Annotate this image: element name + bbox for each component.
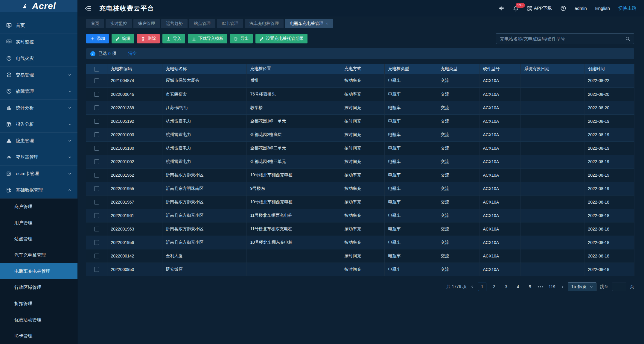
row-checkbox[interactable]	[94, 78, 99, 83]
row-checkbox[interactable]	[94, 132, 99, 137]
row-checkbox[interactable]	[94, 254, 99, 258]
app-root: Acrel 首页实时监控电气火灾¥交易管理故障管理统计分析报告分析隐患管理变压器…	[0, 0, 644, 344]
sidebar-subitem-电瓶车充电桩管理[interactable]: 电瓶车充电桩管理	[0, 263, 77, 279]
menu-collapse-icon[interactable]	[85, 5, 92, 12]
编辑-button[interactable]: 编辑	[112, 34, 134, 43]
sidebar-subitem-折扣管理[interactable]: 折扣管理	[0, 295, 77, 312]
导出-button[interactable]: 导出	[230, 34, 253, 43]
row-checkbox[interactable]	[94, 92, 99, 97]
app-download-button[interactable]: APP下载	[527, 5, 552, 11]
sidebar-subitem-行政区域管理[interactable]: 行政区域管理	[0, 279, 77, 295]
sidebar-item-报告分析[interactable]: 报告分析	[0, 116, 77, 133]
cell-充电桩编码: 2022001961	[107, 209, 162, 222]
page-number-2[interactable]: 2	[490, 283, 498, 291]
sidebar-item-esim卡管理[interactable]: esim卡管理	[0, 166, 77, 182]
page-number-last[interactable]: 119	[547, 283, 556, 291]
qr-code-icon	[527, 6, 532, 11]
clear-selection-link[interactable]: 清空	[128, 51, 137, 56]
row-checkbox-cell	[86, 263, 107, 276]
cell-系统有效日期	[520, 168, 584, 182]
page-number-4[interactable]: 4	[514, 283, 522, 291]
search-input[interactable]	[500, 36, 625, 41]
row-checkbox[interactable]	[94, 119, 99, 124]
sidebar-item-故障管理[interactable]: 故障管理	[0, 83, 77, 100]
sidebar-subitem-优惠活动管理[interactable]: 优惠活动管理	[0, 312, 77, 328]
tab-实时监控[interactable]: 实时监控	[106, 19, 132, 28]
sidebar-subitem-用户管理[interactable]: 用户管理	[0, 215, 77, 231]
page-number-5[interactable]: 5	[526, 283, 534, 291]
fault-icon	[6, 88, 12, 94]
username[interactable]: admin	[575, 6, 587, 11]
删除-button[interactable]: 删除	[137, 34, 160, 43]
sidebar-item-首页[interactable]: 首页	[0, 17, 77, 34]
tab-汽车充电桩管理[interactable]: 汽车充电桩管理	[245, 19, 284, 28]
cell-硬件型号: ACX10A	[479, 128, 520, 141]
table-row: 2022000646市安装宿舍76号楼西楼头按功率充电瓶车交流ACX10A202…	[86, 87, 634, 101]
notification-bell-icon[interactable]: 99+	[513, 5, 519, 11]
language-switch[interactable]: English	[595, 6, 610, 11]
导入-button[interactable]: 导入	[162, 34, 185, 43]
sidebar-subitem-IC卡管理[interactable]: IC卡管理	[0, 328, 77, 344]
sidebar-subitem-汽车充电桩管理[interactable]: 汽车充电桩管理	[0, 247, 77, 263]
sidebar-subitem-label: 优惠活动管理	[14, 317, 41, 323]
sidebar-item-电气火灾[interactable]: 电气火灾	[0, 50, 77, 67]
page-number-1[interactable]: 1	[478, 283, 486, 291]
sidebar-subitem-站点管理[interactable]: 站点管理	[0, 231, 77, 247]
page-size-select[interactable]: 15 条/页	[568, 282, 596, 291]
sidebar-item-变压器管理[interactable]: 变压器管理	[0, 149, 77, 166]
sidebar-item-label: esim卡管理	[16, 171, 39, 177]
cell-充电方式: 按时间充	[341, 141, 384, 155]
sidebar-item-隐患管理[interactable]: 隐患管理	[0, 133, 77, 149]
row-checkbox-cell	[86, 114, 107, 128]
row-checkbox[interactable]	[94, 213, 99, 218]
tab-IC卡管理[interactable]: IC卡管理	[217, 19, 243, 28]
row-checkbox[interactable]	[94, 227, 99, 231]
tab-电瓶车充电桩管理[interactable]: 电瓶车充电桩管理×	[285, 19, 333, 28]
pagination-ellipsis[interactable]: •••	[538, 284, 544, 289]
tab-label: 运营趋势	[166, 19, 183, 28]
row-checkbox[interactable]	[94, 173, 99, 178]
cell-充电桩编码: 2022000142	[107, 249, 162, 263]
cell-硬件型号: ACX10A	[479, 222, 520, 236]
row-checkbox[interactable]	[94, 159, 99, 164]
tab-close-icon[interactable]: ×	[326, 19, 328, 28]
sidebar-item-实时监控[interactable]: 实时监控	[0, 34, 77, 50]
sidebar-item-基础数据管理[interactable]: 基础数据管理	[0, 182, 77, 198]
row-checkbox[interactable]	[94, 267, 99, 272]
sidebar-item-交易管理[interactable]: ¥交易管理	[0, 67, 77, 83]
next-page-icon[interactable]	[560, 285, 564, 289]
添加-button[interactable]: 添加	[86, 34, 109, 43]
tab-首页[interactable]: 首页	[86, 19, 104, 28]
cell-充电类型: 交流	[437, 209, 479, 222]
cell-充电桩位置	[246, 263, 341, 276]
search-icon[interactable]	[625, 36, 630, 41]
jump-page-input[interactable]	[612, 283, 626, 291]
topbar-actions: 99+ APP下载 a	[498, 5, 636, 11]
row-checkbox[interactable]	[94, 105, 99, 110]
cell-系统有效日期	[520, 209, 584, 222]
select-all-checkbox[interactable]	[94, 67, 99, 72]
sidebar-item-统计分析[interactable]: 统计分析	[0, 100, 77, 116]
cell-充电桩编码: 2022001002	[107, 155, 162, 168]
row-checkbox-cell	[86, 155, 107, 168]
theme-switch-link[interactable]: 切换主题	[618, 5, 636, 11]
row-checkbox[interactable]	[94, 200, 99, 204]
sidebar-subitem-商户管理[interactable]: 商户管理	[0, 198, 77, 215]
tab-账户管理[interactable]: 账户管理	[133, 19, 160, 28]
table-row: 2021005180杭州雷霆电力金都花园3幢二单元按时间充电瓶车交流ACX10A…	[86, 141, 634, 155]
base-data-icon	[6, 187, 12, 193]
mute-icon[interactable]	[498, 5, 504, 11]
row-checkbox[interactable]	[94, 146, 99, 151]
tab-站点管理[interactable]: 站点管理	[189, 19, 215, 28]
cell-充电桩位置: 11号楼北车棚东充电桩	[246, 222, 341, 236]
row-checkbox[interactable]	[94, 240, 99, 245]
prev-page-icon[interactable]	[470, 285, 474, 289]
column-header-充电站名称: 充电站名称	[162, 64, 246, 74]
help-icon[interactable]	[560, 5, 566, 11]
设置充电桩托管期限-button[interactable]: 设置充电桩托管期限	[255, 34, 307, 43]
下载导入模板-button[interactable]: 下载导入模板	[188, 34, 227, 43]
cell-充电桩类型: 电瓶车	[384, 87, 437, 101]
page-number-3[interactable]: 3	[502, 283, 510, 291]
tab-运营趋势[interactable]: 运营趋势	[161, 19, 188, 28]
row-checkbox[interactable]	[94, 186, 99, 191]
